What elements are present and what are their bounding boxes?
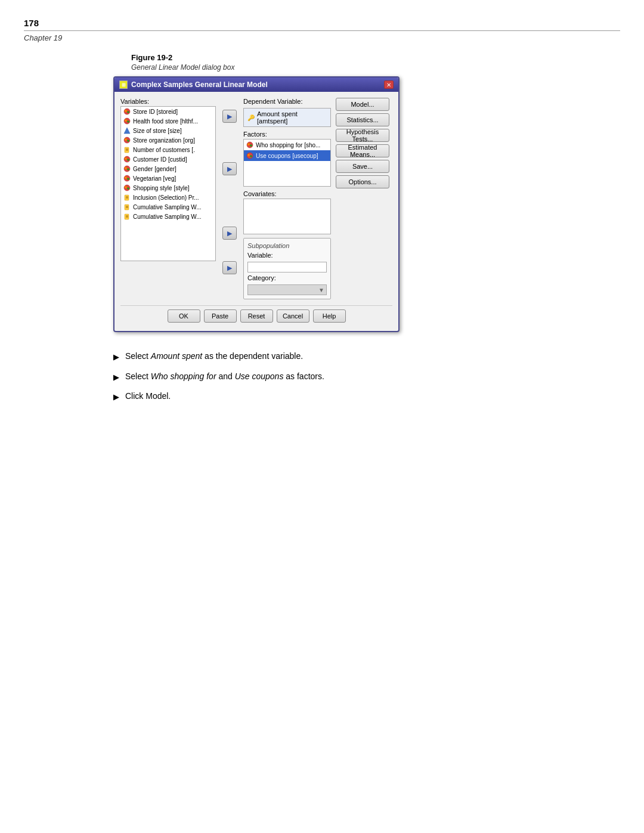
svg-point-20 — [125, 176, 127, 179]
dialog-app-icon: ⊞ — [119, 80, 128, 89]
variable-list-item[interactable]: Number of customers [. — [121, 145, 215, 154]
variable-list-item[interactable]: Store organization [org] — [121, 135, 215, 145]
instruction-text: Click Model. — [125, 390, 171, 402]
dialog-body: Variables: Store ID [storeid] Health foo… — [114, 92, 398, 331]
variable-list-item[interactable]: Shopping style [style] — [121, 183, 215, 193]
svg-point-18 — [128, 169, 129, 171]
instructions-list: ▶Select Amount spent as the dependent va… — [113, 350, 620, 403]
figure-label: Figure 19-2 — [131, 53, 620, 62]
variable-list-item[interactable]: Store ID [storeid] — [121, 107, 215, 116]
svg-point-1 — [125, 110, 127, 112]
svg-marker-6 — [124, 128, 130, 134]
svg-point-2 — [128, 112, 129, 113]
svg-point-21 — [128, 178, 129, 180]
bullet-arrow-icon: ▶ — [113, 371, 119, 383]
move-to-subpop-button[interactable]: ▶ — [222, 261, 237, 274]
svg-point-24 — [128, 188, 129, 190]
svg-point-36 — [250, 145, 252, 147]
statistics-button[interactable]: Statistics... — [336, 113, 389, 126]
covariates-section: Covariates: — [243, 190, 331, 234]
variable-list-item[interactable]: Health food store [hlthf... — [121, 116, 215, 126]
svg-point-14 — [125, 157, 127, 160]
cancel-button[interactable]: Cancel — [277, 309, 309, 323]
chapter-title: Chapter 19 — [24, 30, 620, 42]
variable-list-item[interactable]: Vegetarian [veg] — [121, 174, 215, 183]
category-label: Category: — [247, 274, 327, 281]
bullet-arrow-icon: ▶ — [113, 351, 119, 363]
instruction-item: ▶Select Amount spent as the dependent va… — [113, 350, 620, 363]
svg-point-38 — [247, 154, 250, 156]
dialog-footer: OK Paste Reset Cancel Help — [120, 305, 392, 325]
covariates-listbox[interactable] — [243, 199, 331, 234]
dependent-variable-label: Dependent Variable: — [243, 98, 331, 105]
variable-list-item[interactable]: Size of store [size] — [121, 126, 215, 135]
svg-point-17 — [125, 167, 127, 169]
variable-list-item[interactable]: Cumulative Sampling W... — [121, 212, 215, 221]
covariates-label: Covariates: — [243, 190, 331, 197]
hypothesis-tests-button[interactable]: Hypothesis Tests... — [336, 129, 389, 142]
right-panels: Dependent Variable: 🔑 Amount spent [amts… — [243, 98, 331, 299]
svg-point-35 — [247, 143, 250, 145]
variable-list-item[interactable]: Customer ID [custid] — [121, 154, 215, 164]
dialog-box: ⊞ Complex Samples General Linear Model ✕… — [113, 76, 400, 332]
dependent-variable-value: Amount spent [amtspent] — [257, 110, 327, 125]
instruction-item: ▶Select Who shopping for and Use coupons… — [113, 370, 620, 383]
move-to-covariates-button[interactable]: ▶ — [222, 227, 237, 240]
svg-point-4 — [125, 119, 127, 122]
factors-listbox[interactable]: Who shopping for [sho... Use coupons [us… — [243, 139, 331, 187]
subpopulation-row: Variable: Category: ▼ — [247, 252, 327, 295]
dialog-titlebar: ⊞ Complex Samples General Linear Model ✕ — [114, 78, 398, 92]
dialog-wrapper: ⊞ Complex Samples General Linear Model ✕… — [113, 76, 620, 332]
instruction-text: Select Who shopping for and Use coupons … — [125, 370, 324, 383]
subpopulation-variable-input[interactable] — [247, 262, 327, 272]
move-to-dep-var-button[interactable]: ▶ — [222, 110, 237, 123]
options-button[interactable]: Options... — [336, 175, 389, 188]
svg-point-23 — [125, 186, 127, 188]
variable-list-item[interactable]: Gender [gender] — [121, 164, 215, 174]
subpopulation-group: Subpopulation Variable: Category: ▼ — [243, 238, 331, 299]
arrow-buttons-column: ▶ ▶ ▶ ▶ — [221, 98, 239, 299]
variable-list-item[interactable]: Inclusion (Selection) Pr... — [121, 193, 215, 202]
factor-list-item[interactable]: Who shopping for [sho... — [244, 140, 330, 150]
svg-point-39 — [250, 156, 252, 157]
ok-button[interactable]: OK — [168, 309, 200, 323]
dependent-variable-section: Dependent Variable: 🔑 Amount spent [amts… — [243, 98, 331, 127]
subpopulation-label: Subpopulation — [247, 242, 327, 249]
variables-panel: Variables: Store ID [storeid] Health foo… — [120, 98, 216, 299]
move-to-factors-button[interactable]: ▶ — [222, 162, 237, 175]
instruction-text: Select Amount spent as the dependent var… — [125, 350, 303, 363]
variables-label: Variables: — [120, 98, 216, 105]
dialog-close-button[interactable]: ✕ — [384, 80, 394, 89]
instruction-item: ▶Click Model. — [113, 390, 620, 403]
dependent-variable-box[interactable]: 🔑 Amount spent [amtspent] — [243, 108, 331, 127]
dialog-title-text: Complex Samples General Linear Model — [131, 80, 268, 89]
help-button[interactable]: Help — [313, 309, 346, 323]
bullet-arrow-icon: ▶ — [113, 391, 119, 403]
factors-section: Factors: Who shopping for [sho... Use co… — [243, 131, 331, 187]
factor-list-item[interactable]: Use coupons [usecoup] — [244, 150, 330, 161]
model-button[interactable]: Model... — [336, 98, 389, 111]
dialog-content-row: Variables: Store ID [storeid] Health foo… — [120, 98, 392, 299]
svg-point-8 — [125, 138, 127, 141]
variable-list-item[interactable]: Cumulative Sampling W... — [121, 202, 215, 212]
variables-listbox[interactable]: Store ID [storeid] Health food store [hl… — [120, 106, 216, 261]
svg-point-15 — [128, 159, 129, 161]
dialog-title-area: ⊞ Complex Samples General Linear Model — [119, 80, 268, 89]
estimated-means-button[interactable]: Estimated Means... — [336, 144, 389, 157]
side-buttons: Model... Statistics... Hypothesis Tests.… — [336, 98, 392, 299]
figure-caption: General Linear Model dialog box — [131, 63, 620, 72]
svg-point-9 — [128, 140, 129, 142]
factors-label: Factors: — [243, 131, 331, 138]
save-button[interactable]: Save... — [336, 160, 389, 173]
variable-label: Variable: — [247, 252, 327, 259]
paste-button[interactable]: Paste — [204, 309, 237, 323]
svg-point-5 — [128, 121, 129, 123]
page-number: 178 — [24, 18, 620, 28]
reset-button[interactable]: Reset — [240, 309, 273, 323]
category-dropdown[interactable]: ▼ — [247, 284, 327, 295]
